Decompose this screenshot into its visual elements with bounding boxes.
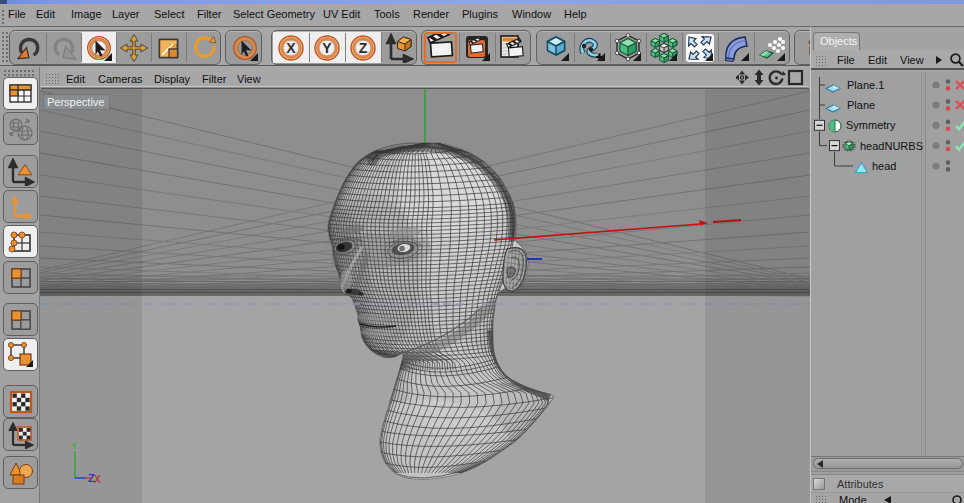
svg-text:X: X	[286, 40, 296, 56]
svg-text:Y: Y	[71, 441, 77, 451]
svg-text:Z: Z	[359, 40, 368, 56]
svg-text:X: X	[94, 474, 101, 485]
svg-text:Y: Y	[322, 40, 332, 56]
